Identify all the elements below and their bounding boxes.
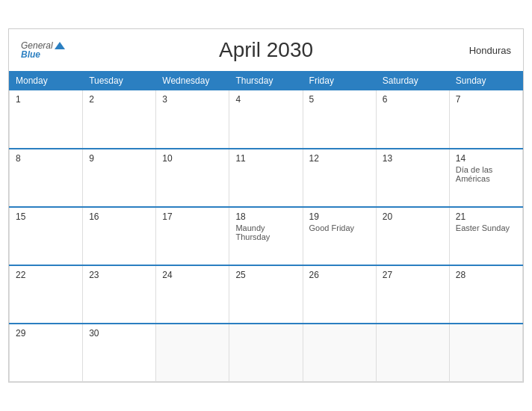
calendar-day-cell: 2: [83, 90, 156, 149]
calendar-week-row: 891011121314Día de las Américas: [10, 149, 523, 207]
calendar-week-row: 15161718Maundy Thursday19Good Friday2021…: [10, 207, 523, 265]
day-number: 11: [235, 153, 296, 164]
calendar-day-cell: 16: [83, 207, 156, 265]
calendar-day-cell: 30: [83, 324, 156, 382]
day-number: 12: [309, 153, 370, 164]
event-name: Día de las Américas: [456, 165, 516, 183]
day-number: 16: [89, 211, 149, 222]
calendar-day-cell: 14Día de las Américas: [449, 149, 522, 207]
day-number: 27: [383, 270, 443, 280]
calendar-day-cell: 9: [83, 149, 156, 207]
header-tuesday: Tuesday: [83, 72, 156, 90]
calendar-day-cell: 24: [156, 265, 229, 324]
day-number: 5: [309, 94, 370, 105]
calendar-day-cell: 13: [376, 149, 449, 207]
header-monday: Monday: [10, 72, 83, 90]
day-number: 23: [89, 270, 149, 280]
day-number: 9: [89, 153, 149, 164]
calendar-title: April 2030: [219, 38, 313, 62]
calendar-day-cell: 5: [303, 90, 376, 149]
day-number: 29: [16, 328, 76, 339]
calendar-week-row: 1234567: [10, 90, 523, 149]
calendar-day-cell: 12: [303, 149, 376, 207]
calendar-day-cell: 1: [10, 90, 83, 149]
header-wednesday: Wednesday: [156, 72, 229, 90]
logo: General Blue: [21, 41, 65, 59]
calendar-grid: Monday Tuesday Wednesday Thursday Friday…: [9, 71, 523, 382]
header-friday: Friday: [303, 72, 376, 90]
calendar-container: General Blue April 2030 Honduras Monday …: [8, 28, 524, 383]
calendar-day-cell: 8: [10, 149, 83, 207]
day-number: 17: [162, 211, 223, 222]
weekday-header-row: Monday Tuesday Wednesday Thursday Friday…: [10, 72, 523, 90]
day-number: 6: [383, 94, 443, 105]
calendar-body: 1234567891011121314Día de las Américas15…: [10, 90, 523, 382]
calendar-day-cell: [376, 324, 449, 382]
calendar-week-row: 22232425262728: [10, 265, 523, 324]
calendar-header: General Blue April 2030 Honduras: [9, 29, 523, 71]
day-number: 1: [16, 94, 76, 105]
calendar-day-cell: 23: [83, 265, 156, 324]
calendar-day-cell: 25: [229, 265, 303, 324]
day-number: 21: [456, 211, 516, 222]
day-number: 3: [162, 94, 223, 105]
calendar-week-row: 2930: [10, 324, 523, 382]
calendar-day-cell: 15: [10, 207, 83, 265]
event-name: Good Friday: [309, 223, 370, 232]
calendar-day-cell: 28: [449, 265, 522, 324]
event-name: Maundy Thursday: [235, 223, 296, 241]
calendar-day-cell: 18Maundy Thursday: [229, 207, 303, 265]
day-number: 20: [383, 211, 443, 222]
day-number: 28: [456, 270, 516, 280]
country-label: Honduras: [469, 45, 511, 56]
calendar-day-cell: 6: [376, 90, 449, 149]
calendar-day-cell: [229, 324, 303, 382]
header-thursday: Thursday: [229, 72, 303, 90]
calendar-day-cell: 10: [156, 149, 229, 207]
day-number: 22: [16, 270, 76, 280]
calendar-day-cell: 21Easter Sunday: [449, 207, 522, 265]
header-saturday: Saturday: [376, 72, 449, 90]
calendar-day-cell: 11: [229, 149, 303, 207]
day-number: 25: [235, 270, 296, 280]
logo-blue-text: Blue: [21, 50, 65, 59]
day-number: 26: [309, 270, 370, 280]
day-number: 10: [162, 153, 223, 164]
day-number: 24: [162, 270, 223, 280]
day-number: 13: [383, 153, 443, 164]
event-name: Easter Sunday: [456, 223, 516, 232]
calendar-day-cell: [449, 324, 522, 382]
day-number: 30: [89, 328, 149, 339]
calendar-day-cell: [156, 324, 229, 382]
day-number: 7: [456, 94, 516, 105]
day-number: 8: [16, 153, 76, 164]
calendar-day-cell: 26: [303, 265, 376, 324]
calendar-day-cell: 7: [449, 90, 522, 149]
calendar-day-cell: 20: [376, 207, 449, 265]
calendar-day-cell: [303, 324, 376, 382]
calendar-day-cell: 3: [156, 90, 229, 149]
day-number: 19: [309, 211, 370, 222]
logo-triangle-icon: [55, 42, 65, 49]
calendar-day-cell: 4: [229, 90, 303, 149]
day-number: 14: [456, 153, 516, 164]
day-number: 15: [16, 211, 76, 222]
calendar-day-cell: 22: [10, 265, 83, 324]
day-number: 18: [235, 211, 296, 222]
calendar-day-cell: 29: [10, 324, 83, 382]
calendar-day-cell: 17: [156, 207, 229, 265]
day-number: 4: [235, 94, 296, 105]
header-sunday: Sunday: [449, 72, 522, 90]
calendar-day-cell: 19Good Friday: [303, 207, 376, 265]
day-number: 2: [89, 94, 149, 105]
calendar-day-cell: 27: [376, 265, 449, 324]
